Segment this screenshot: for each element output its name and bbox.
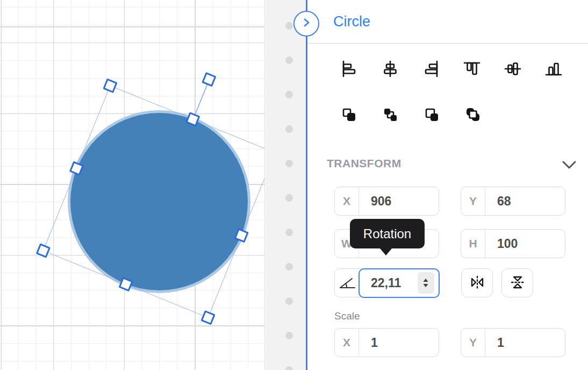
guide-dot: [285, 194, 293, 202]
align-center-horizontal-button[interactable]: [381, 60, 399, 79]
flip-vertical-icon: [510, 274, 526, 292]
x-field-value[interactable]: 906: [359, 187, 439, 215]
guide-dot: [285, 229, 293, 236]
bring-to-front-icon: [422, 105, 441, 125]
chevron-down-icon[interactable]: [562, 161, 576, 172]
guide-dot: [285, 332, 293, 339]
scale-y-value[interactable]: 1: [485, 329, 565, 357]
align-bottom-button[interactable]: [544, 60, 563, 79]
scale-y-field[interactable]: Y 1: [461, 328, 565, 357]
rotation-tooltip-text: Rotation: [363, 226, 411, 241]
bring-forward-icon: [340, 105, 358, 125]
x-field-label: X: [335, 187, 359, 215]
drawing-canvas[interactable]: [0, 0, 265, 370]
send-backward-icon: [381, 105, 399, 125]
align-toolbar: [340, 60, 563, 79]
align-right-icon: [422, 60, 440, 80]
rotation-tooltip: Rotation: [350, 219, 425, 248]
rotation-value[interactable]: 22,11: [371, 276, 401, 290]
send-to-back-button[interactable]: [464, 106, 482, 124]
y-field-value[interactable]: 68: [485, 187, 565, 215]
x-position-field[interactable]: X 906: [334, 187, 439, 216]
title-divider: [307, 43, 588, 44]
selection-box: [43, 86, 265, 318]
height-field[interactable]: H 100: [461, 229, 565, 258]
guide-dot: [285, 160, 293, 167]
rotation-field[interactable]: 22,11: [334, 268, 439, 297]
app-window: Circle: [0, 0, 588, 370]
resize-handle-bottom-left[interactable]: [36, 243, 51, 258]
scale-section-label: Scale: [334, 310, 360, 322]
align-middle-vertical-button[interactable]: [504, 60, 522, 79]
scale-x-label: X: [335, 329, 359, 357]
guide-dot: [285, 366, 293, 370]
align-right-button[interactable]: [422, 60, 440, 79]
guide-dot: [285, 125, 293, 133]
scale-y-label: Y: [461, 329, 485, 357]
resize-handle-bottom-right[interactable]: [200, 310, 215, 325]
stepper-up-down-icon[interactable]: [418, 272, 434, 294]
transform-section-header: TRANSFORM: [327, 157, 401, 170]
collapse-panel-button[interactable]: [293, 11, 319, 37]
resize-handle-top-middle[interactable]: [185, 112, 200, 126]
align-left-button[interactable]: [340, 60, 358, 79]
resize-handle-middle-left[interactable]: [69, 161, 84, 175]
guide-dot: [285, 297, 293, 305]
flip-horizontal-button[interactable]: [461, 268, 493, 297]
rotation-handle[interactable]: [202, 72, 216, 87]
send-backward-button[interactable]: [381, 106, 399, 124]
align-bottom-icon: [544, 60, 563, 80]
align-middle-vertical-icon: [504, 60, 522, 80]
y-position-field[interactable]: Y 68: [461, 187, 565, 216]
align-top-button[interactable]: [463, 60, 481, 79]
resize-handle-middle-right[interactable]: [234, 228, 248, 243]
guide-dot: [285, 56, 293, 64]
rotation-input[interactable]: 22,11: [358, 268, 440, 298]
align-center-horizontal-icon: [381, 60, 399, 80]
scale-x-field[interactable]: X 1: [334, 328, 439, 357]
y-field-label: Y: [461, 187, 485, 215]
page-title: Circle: [333, 13, 370, 30]
align-top-icon: [463, 60, 481, 80]
bring-forward-button[interactable]: [340, 106, 358, 124]
guide-dot: [285, 22, 293, 30]
align-left-icon: [340, 60, 358, 80]
flip-horizontal-icon: [469, 274, 485, 292]
send-to-back-icon: [464, 105, 482, 125]
guide-dot: [285, 263, 293, 271]
height-field-value[interactable]: 100: [485, 230, 565, 258]
height-field-label: H: [461, 230, 485, 258]
chevron-right-icon: [300, 16, 313, 31]
bring-to-front-button[interactable]: [422, 106, 441, 124]
guide-dot: [285, 91, 293, 98]
angle-icon: [335, 269, 360, 297]
layer-toolbar: [340, 106, 482, 124]
guide-dots: [266, 0, 306, 370]
resize-handle-top-left[interactable]: [103, 79, 117, 93]
flip-vertical-button[interactable]: [501, 268, 533, 297]
resize-handle-bottom-middle[interactable]: [118, 277, 133, 291]
scale-x-value[interactable]: 1: [359, 329, 439, 357]
properties-panel: Circle: [307, 0, 588, 370]
